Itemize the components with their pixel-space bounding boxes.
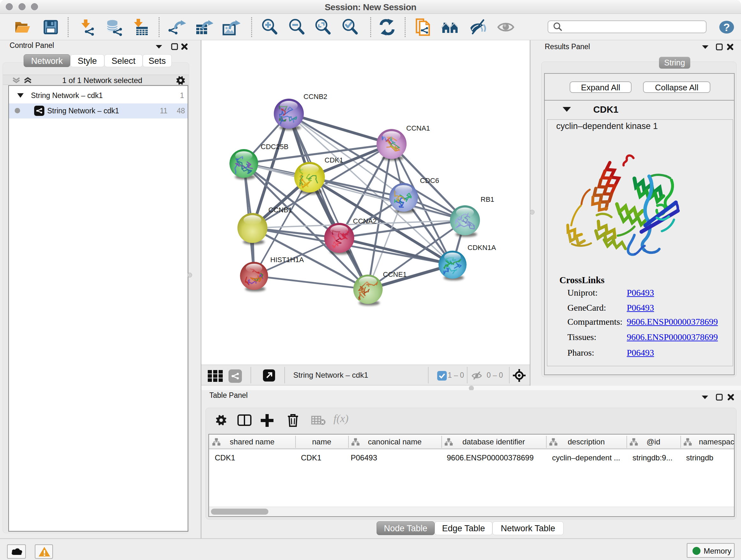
svg-text:CCNA2: CCNA2 [353, 217, 377, 225]
svg-text:RB1: RB1 [481, 195, 494, 203]
svg-text:HIST1H1A: HIST1H1A [270, 256, 304, 264]
svg-text:CCNB1: CCNB1 [268, 206, 292, 214]
svg-text:CDK1: CDK1 [325, 156, 343, 164]
svg-text:CDC25B: CDC25B [261, 143, 288, 151]
svg-text:CCNA1: CCNA1 [406, 124, 430, 132]
svg-text:CCNB2: CCNB2 [304, 92, 327, 101]
svg-text:CCNE1: CCNE1 [383, 270, 407, 278]
svg-text:CDC6: CDC6 [420, 177, 439, 185]
svg-text:CDKN1A: CDKN1A [468, 244, 496, 252]
